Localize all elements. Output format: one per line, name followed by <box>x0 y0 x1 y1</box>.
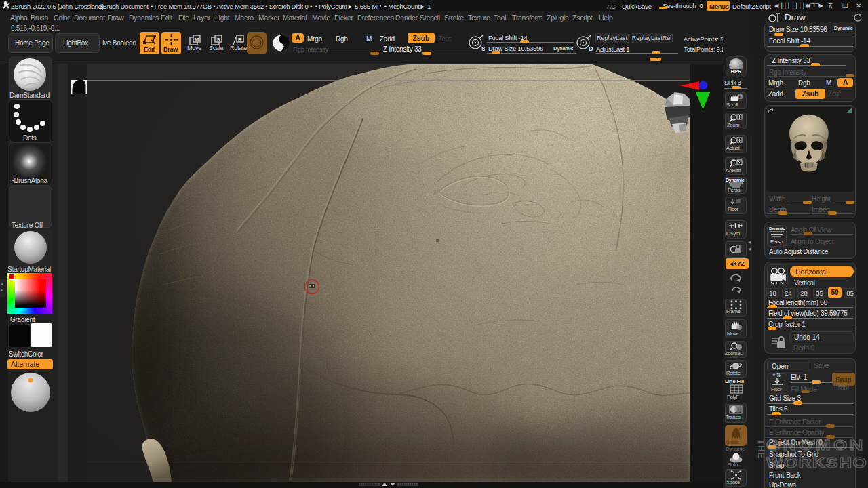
svg-text:BPR: BPR <box>731 68 742 75</box>
svg-text:S: S <box>481 45 485 52</box>
svg-text:S: S <box>216 37 220 43</box>
svg-text:R: R <box>238 37 242 43</box>
svg-text:D: D <box>589 45 593 52</box>
svg-text:M: M <box>195 37 199 43</box>
